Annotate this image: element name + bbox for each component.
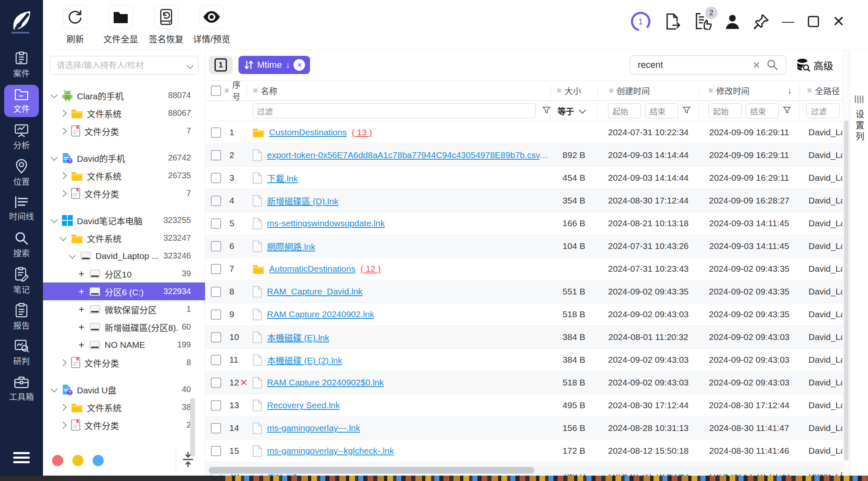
close-button[interactable]: ✕: [832, 14, 845, 29]
toolbar-button-show-all-files[interactable]: 文件全显: [101, 5, 141, 45]
tree-node[interactable]: 文件系统26735: [43, 167, 205, 184]
header-modified[interactable]: ≡修改时间↓: [699, 85, 799, 96]
file-name-link[interactable]: RAM Capture 20240902$0.lnk: [267, 378, 384, 388]
file-name-link[interactable]: AutomaticDestinations: [269, 264, 355, 274]
path-filter-input[interactable]: 过滤: [806, 103, 840, 118]
table-row[interactable]: 12✕RAM Capture 20240902$0.lnk518 B2024-0…: [205, 371, 842, 394]
expander-plus-icon[interactable]: +: [77, 340, 86, 350]
sort-chip-close-icon[interactable]: ✕: [293, 59, 305, 71]
row-checkbox[interactable]: [211, 423, 221, 433]
table-row[interactable]: 5ms-settingswindowsupdate.lnk166 B2024-0…: [205, 212, 842, 235]
tree-node[interactable]: +分区1039: [43, 265, 205, 282]
table-row[interactable]: 14ms-gamingoverlay---.lnk156 B2024-08-28…: [205, 417, 842, 440]
file-name-link[interactable]: ms-settingswindowsupdate.lnk: [267, 218, 385, 228]
tree-node[interactable]: 文件系统38: [43, 398, 205, 416]
expander-right-icon[interactable]: [59, 423, 68, 428]
table-row[interactable]: 8RAM_Capture_David.lnk551 B2024-09-02 09…: [205, 280, 842, 303]
tree-node[interactable]: +NO NAME199: [43, 336, 205, 354]
created-start-input[interactable]: 起始: [608, 103, 641, 118]
table-row[interactable]: 13Recovery Seed.lnk495 B2024-08-30 17:12…: [205, 394, 842, 417]
advanced-search-button[interactable]: 高级: [796, 58, 833, 72]
expander-down-icon[interactable]: [50, 93, 59, 98]
search-icon[interactable]: [767, 59, 778, 72]
sidebar-item-files[interactable]: 文件: [4, 85, 39, 117]
toolbar-button-signature-recovery[interactable]: 签名恢复: [146, 5, 186, 45]
file-name-link[interactable]: ms-gamingoverlay---.lnk: [267, 423, 360, 433]
header-seq[interactable]: ≡序号: [224, 85, 247, 96]
pin-icon[interactable]: [753, 13, 770, 30]
row-checkbox[interactable]: [211, 446, 221, 456]
expander-right-icon[interactable]: [59, 191, 68, 196]
holder-select[interactable]: [50, 56, 198, 75]
row-checkbox[interactable]: [211, 287, 221, 297]
tree-node[interactable]: +分区6 (C:)322934: [43, 282, 205, 300]
expander-plus-icon[interactable]: +: [77, 287, 86, 297]
tree-node[interactable]: ?David U盘40: [43, 380, 205, 398]
user-icon[interactable]: [724, 13, 741, 30]
row-checkbox[interactable]: [211, 355, 221, 365]
row-checkbox[interactable]: [211, 150, 221, 160]
expander-right-icon[interactable]: [59, 111, 68, 116]
sorted-desc-icon[interactable]: ↓: [787, 85, 792, 96]
expander-right-icon[interactable]: [59, 173, 68, 178]
expander-right-icon[interactable]: [59, 129, 68, 134]
tree-node[interactable]: 文件分类2: [43, 416, 205, 434]
sidebar-item-search[interactable]: 搜索: [4, 229, 39, 261]
collapse-panel-icon[interactable]: [182, 452, 194, 469]
file-name-link[interactable]: 本機磁碟 (E) (2).lnk: [267, 354, 342, 366]
file-name-link[interactable]: 網際網路.lnk: [267, 240, 315, 252]
modified-end-input[interactable]: 结束: [746, 103, 779, 118]
row-checkbox[interactable]: [211, 264, 221, 274]
row-checkbox[interactable]: [211, 378, 221, 388]
sort-chip[interactable]: Mtime ↓ ✕: [238, 56, 310, 74]
sidebar-item-report[interactable]: 报告: [4, 301, 39, 333]
file-name-link[interactable]: 本機磁碟 (E).lnk: [267, 331, 329, 343]
expander-down-icon[interactable]: [50, 156, 59, 160]
table-row[interactable]: 2export-token-0x56E7A6dd8aA1c78ba77944C9…: [205, 144, 842, 167]
row-checkbox[interactable]: [211, 127, 221, 138]
table-row[interactable]: 6網際網路.lnk104 B2024-07-31 10:43:262024-09…: [205, 235, 842, 258]
horizontal-scrollbar[interactable]: [208, 466, 840, 474]
file-name-link[interactable]: export-token-0x56E7A6dd8aA1c78ba77944C94…: [267, 150, 551, 160]
view-selector-button[interactable]: 1: [209, 56, 233, 74]
search-input[interactable]: [630, 55, 786, 74]
file-name-link[interactable]: 下載.lnk: [267, 172, 298, 184]
header-size[interactable]: ≡大小: [551, 85, 598, 96]
maximize-button[interactable]: [807, 15, 820, 28]
select-all-checkbox[interactable]: [211, 86, 221, 96]
toolbar-button-detail-preview[interactable]: 详情/预览: [192, 5, 231, 45]
name-filter-funnel-icon[interactable]: [542, 106, 551, 116]
row-checkbox[interactable]: [211, 309, 221, 320]
column-settings-rail[interactable]: 设置列: [850, 50, 868, 476]
file-name-link[interactable]: Recovery Seed.lnk: [267, 400, 340, 410]
tree-node[interactable]: 文件分类8: [43, 354, 205, 371]
table-row[interactable]: 7AutomaticDestinations( 12 )2024-07-31 1…: [205, 258, 842, 280]
vertical-scrollbar[interactable]: [842, 50, 850, 476]
file-name-link[interactable]: RAM_Capture_David.lnk: [267, 287, 362, 297]
header-path[interactable]: ≡全路径: [799, 85, 842, 96]
menu-icon[interactable]: [13, 452, 30, 466]
created-end-input[interactable]: 结束: [645, 103, 678, 118]
tree-node[interactable]: +新增磁碟區(分区8)...60: [43, 318, 205, 336]
sidebar-item-location[interactable]: 位置: [4, 157, 39, 189]
expander-down-icon[interactable]: [50, 218, 59, 223]
sidebar-item-judge[interactable]: 研判: [4, 337, 39, 369]
sidebar-item-analysis[interactable]: 分析: [4, 121, 39, 153]
tag-red-dot[interactable]: [52, 455, 63, 466]
expander-right-icon[interactable]: [59, 360, 68, 365]
sidebar-item-notes[interactable]: 笔记: [4, 265, 39, 297]
file-name-link[interactable]: CustomDestinations: [269, 127, 347, 137]
tree-node[interactable]: +微软保留分区1: [43, 300, 205, 318]
tree-scrollbar-thumb[interactable]: [190, 398, 195, 457]
modified-filter-funnel-icon[interactable]: [783, 106, 791, 116]
expander-down-icon[interactable]: [59, 236, 68, 241]
sidebar-item-case[interactable]: 案件: [4, 49, 39, 81]
task-progress-ring[interactable]: 1: [630, 11, 651, 32]
header-name[interactable]: ≡名称: [247, 85, 551, 96]
tree-node[interactable]: 文件系统88067: [43, 104, 205, 122]
expander-plus-icon[interactable]: +: [77, 322, 86, 332]
folder-count-link[interactable]: ( 13 ): [352, 127, 372, 137]
tree-node[interactable]: Clara的手机88074: [43, 86, 205, 104]
expander-plus-icon[interactable]: +: [77, 269, 86, 279]
file-name-link[interactable]: 新增磁碟區 (D).lnk: [267, 194, 339, 207]
